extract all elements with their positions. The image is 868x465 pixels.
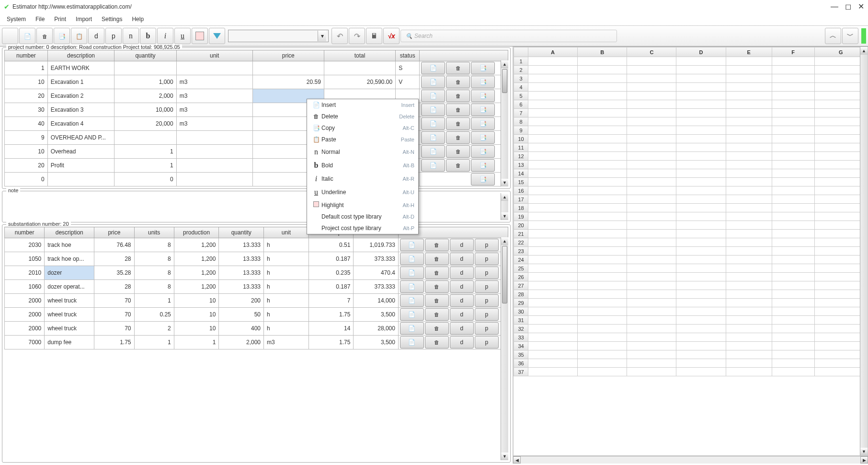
sheet-cell[interactable] xyxy=(627,178,676,186)
row-d-button[interactable]: d xyxy=(450,280,474,293)
sheet-cell[interactable] xyxy=(772,230,814,238)
substantiation-row[interactable]: 2000wheel truck70110200h714,000dp xyxy=(5,294,508,308)
sheet-row-21[interactable]: 21 xyxy=(514,230,528,238)
sheet-cell[interactable] xyxy=(528,281,578,290)
substantiation-scrollbar[interactable]: ▲ ▼ xyxy=(501,237,508,460)
sheet-cell[interactable] xyxy=(726,57,772,66)
sheet-cell[interactable] xyxy=(814,368,867,376)
sheet-cell[interactable] xyxy=(772,350,814,359)
sheet-cell[interactable] xyxy=(528,83,578,92)
sheet-cell[interactable] xyxy=(528,117,578,126)
sheet-cell[interactable] xyxy=(627,135,676,143)
sheet-cell[interactable] xyxy=(814,212,867,221)
sheet-cell[interactable] xyxy=(726,359,772,368)
row-insert-button[interactable] xyxy=(421,131,445,144)
sheet-cell[interactable] xyxy=(772,368,814,376)
sheet-row-24[interactable]: 24 xyxy=(514,256,528,264)
sheet-cell[interactable] xyxy=(578,135,627,143)
sheet-cell[interactable] xyxy=(814,92,867,100)
sheet-cell[interactable] xyxy=(726,316,772,325)
maximize-button[interactable]: ◻ xyxy=(845,2,851,11)
sheet-cell[interactable] xyxy=(814,316,867,325)
sheet-cell[interactable] xyxy=(814,109,867,117)
sheet-cell[interactable] xyxy=(772,117,814,126)
col-quantity[interactable]: quantity xyxy=(219,227,264,238)
sheet-cell[interactable] xyxy=(772,143,814,152)
sheet-row-15[interactable]: 15 xyxy=(514,178,528,186)
sheet-row-11[interactable]: 11 xyxy=(514,143,528,152)
sheet-row-35[interactable]: 35 xyxy=(514,350,528,359)
sheet-row-36[interactable]: 36 xyxy=(514,359,528,368)
sheet-cell[interactable] xyxy=(772,256,814,264)
sheet-cell[interactable] xyxy=(627,152,676,161)
row-insert-button[interactable] xyxy=(400,322,424,335)
sheet-row-4[interactable]: 4 xyxy=(514,83,528,92)
sheet-cell[interactable] xyxy=(814,264,867,273)
sheet-cell[interactable] xyxy=(772,83,814,92)
sheet-cell[interactable] xyxy=(726,83,772,92)
sheet-cell[interactable] xyxy=(676,273,726,281)
sheet-cell[interactable] xyxy=(578,299,627,307)
sheet-cell[interactable] xyxy=(772,342,814,350)
ctx-default-cost-type-library[interactable]: Default cost type libraryAlt-D xyxy=(307,211,418,222)
row-insert-button[interactable] xyxy=(421,90,445,102)
sheet-cell[interactable] xyxy=(578,359,627,368)
sheet-cell[interactable] xyxy=(627,195,676,204)
sheet-cell[interactable] xyxy=(528,264,578,273)
sheet-col-E[interactable]: E xyxy=(726,47,772,57)
sheet-cell[interactable] xyxy=(772,316,814,325)
sheet-cell[interactable] xyxy=(772,238,814,247)
sheet-cell[interactable] xyxy=(578,161,627,169)
sheet-cell[interactable] xyxy=(676,299,726,307)
sheet-cell[interactable] xyxy=(528,359,578,368)
sheet-cell[interactable] xyxy=(772,281,814,290)
sheet-cell[interactable] xyxy=(578,126,627,135)
sheet-cell[interactable] xyxy=(627,126,676,135)
sheet-cell[interactable] xyxy=(676,212,726,221)
sheet-cell[interactable] xyxy=(578,230,627,238)
sheet-cell[interactable] xyxy=(814,325,867,333)
row-insert-button[interactable] xyxy=(421,159,445,172)
sheet-cell[interactable] xyxy=(726,152,772,161)
new-page-button[interactable] xyxy=(19,28,35,44)
minimize-button[interactable]: — xyxy=(831,2,838,11)
ctx-italic[interactable]: iItalicAlt-R xyxy=(307,172,418,186)
sheet-cell[interactable] xyxy=(627,264,676,273)
ctx-paste[interactable]: 📋PastePaste xyxy=(307,134,418,145)
substantiation-row[interactable]: 1060dozer operat...2881,20013.333h0.1873… xyxy=(5,280,508,294)
sheet-cell[interactable] xyxy=(726,66,772,74)
row-delete-button[interactable] xyxy=(425,322,449,335)
sheet-cell[interactable] xyxy=(528,221,578,230)
sheet-cell[interactable] xyxy=(578,290,627,299)
sheet-cell[interactable] xyxy=(627,368,676,376)
sheet-cell[interactable] xyxy=(578,66,627,74)
sheet-cell[interactable] xyxy=(726,126,772,135)
sheet-cell[interactable] xyxy=(814,178,867,186)
sheet-cell[interactable] xyxy=(726,230,772,238)
sheet-cell[interactable] xyxy=(726,74,772,83)
sheet-cell[interactable] xyxy=(726,256,772,264)
sheet-cell[interactable] xyxy=(726,143,772,152)
row-d-button[interactable]: d xyxy=(450,308,474,321)
sheet-cell[interactable] xyxy=(627,221,676,230)
sheet-cell[interactable] xyxy=(676,109,726,117)
sheet-cell[interactable] xyxy=(578,204,627,212)
sheet-cell[interactable] xyxy=(627,143,676,152)
sheet-cell[interactable] xyxy=(578,333,627,342)
sheet-row-7[interactable]: 7 xyxy=(514,109,528,117)
sheet-cell[interactable] xyxy=(772,299,814,307)
sheet-cell[interactable] xyxy=(726,281,772,290)
sheet-row-27[interactable]: 27 xyxy=(514,281,528,290)
highlight-button[interactable] xyxy=(192,28,208,44)
sheet-cell[interactable] xyxy=(726,135,772,143)
sheet-cell[interactable] xyxy=(726,204,772,212)
sheet-cell[interactable] xyxy=(726,178,772,186)
sheet-cell[interactable] xyxy=(627,230,676,238)
sheet-cell[interactable] xyxy=(814,221,867,230)
sheet-cell[interactable] xyxy=(814,290,867,299)
sheet-row-28[interactable]: 28 xyxy=(514,290,528,299)
row-p-button[interactable]: p xyxy=(475,294,499,307)
sheet-cell[interactable] xyxy=(726,212,772,221)
sheet-cell[interactable] xyxy=(627,350,676,359)
sheet-cell[interactable] xyxy=(578,256,627,264)
